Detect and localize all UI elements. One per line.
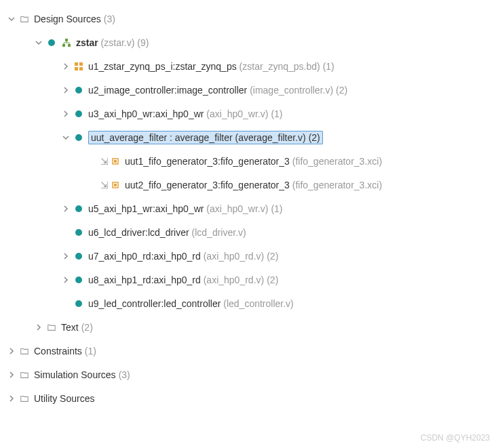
file-name: (axi_hp0_rd.v)	[201, 251, 264, 262]
chevron-down-icon[interactable]	[7, 14, 16, 24]
instance-name: u9_led_controller	[88, 298, 161, 309]
module-icon	[73, 251, 84, 262]
ip-icon	[110, 180, 121, 190]
item-count: (2)	[309, 132, 320, 143]
svg-rect-5	[79, 62, 83, 66]
module-icon	[73, 132, 84, 143]
folder-label: Text	[61, 322, 79, 333]
folder-icon	[46, 322, 57, 333]
chevron-right-icon[interactable]	[7, 346, 16, 356]
tree-row-fifo1[interactable]: ⇲ uut1_fifo_generator_3 : fifo_generator…	[7, 149, 498, 173]
chevron-right-icon[interactable]	[61, 85, 71, 95]
item-count: (1)	[323, 61, 334, 72]
module-type: lcd_driver	[148, 227, 189, 238]
file-name: (fifo_generator_3.xci)	[290, 180, 382, 190]
tree-row-u9[interactable]: u9_led_controller : led_controller (led_…	[7, 291, 498, 315]
instance-name: u5_axi_hp1_wr	[88, 203, 153, 214]
file-name: (lcd_driver.v)	[189, 227, 246, 238]
tree-row-u7[interactable]: u7_axi_hp0_rd : axi_hp0_rd (axi_hp0_rd.v…	[7, 244, 498, 268]
svg-rect-6	[75, 67, 78, 70]
instance-name: u7_axi_hp0_rd	[88, 251, 151, 262]
module-type: axi_hp0_rd	[154, 274, 201, 285]
file-name: (zstar_zynq_ps.bd)	[237, 61, 320, 72]
instance-name: u2_image_controller	[88, 85, 174, 96]
hierarchy-icon	[61, 37, 72, 48]
svg-point-17	[75, 253, 82, 260]
module-type: fifo_generator_3	[221, 156, 290, 167]
module-icon	[73, 203, 84, 214]
item-count: (1)	[271, 203, 282, 214]
tree-row-u3[interactable]: u3_axi_hp0_wr : axi_hp0_wr (axi_hp0_wr.v…	[7, 102, 498, 125]
module-type: axi_hp0_wr	[155, 108, 204, 119]
module-icon	[73, 227, 84, 238]
file-name: (axi_hp0_wr.v)	[204, 203, 268, 214]
svg-rect-1	[65, 39, 68, 41]
chevron-right-icon[interactable]	[34, 323, 43, 332]
module-type: axi_hp0_rd	[154, 251, 201, 262]
chevron-right-icon[interactable]	[61, 204, 71, 213]
tree-row-utility-sources[interactable]: Utility Sources	[7, 386, 498, 410]
folder-label: Constraints	[34, 346, 82, 357]
folder-label: Utility Sources	[34, 393, 94, 404]
instance-name: u8_axi_hp1_rd	[88, 274, 151, 285]
item-count: (1)	[271, 108, 282, 119]
file-name: (fifo_generator_3.xci)	[290, 156, 382, 167]
module-name: zstar	[76, 37, 98, 48]
svg-point-16	[75, 229, 82, 236]
selected-item: uut_average_filter : average_filter (ave…	[88, 131, 323, 144]
tree-row-fifo2[interactable]: ⇲ uut2_fifo_generator_3 : fifo_generator…	[7, 173, 498, 197]
module-icon	[46, 37, 57, 48]
instance-name: uut_average_filter	[91, 132, 167, 143]
tree-row-u2[interactable]: u2_image_controller : image_controller (…	[7, 78, 498, 102]
module-icon	[73, 108, 84, 119]
file-name: (axi_hp0_wr.v)	[204, 108, 268, 119]
tree-row-u1[interactable]: u1_zstar_zynq_ps_i : zstar_zynq_ps (zsta…	[7, 54, 498, 78]
file-name: (image_controller.v)	[247, 85, 333, 96]
instance-name: u6_lcd_driver	[88, 227, 145, 238]
instance-name: u3_axi_hp0_wr	[88, 108, 153, 119]
pin-icon: ⇲	[100, 156, 109, 167]
module-icon	[73, 85, 84, 96]
folder-icon	[19, 369, 30, 380]
pin-icon: ⇲	[100, 180, 109, 190]
svg-point-0	[48, 39, 55, 46]
item-count: (3)	[119, 369, 130, 380]
tree-row-simulation-sources[interactable]: Simulation Sources (3)	[7, 363, 498, 386]
chevron-right-icon[interactable]	[61, 109, 71, 119]
chevron-right-icon[interactable]	[7, 394, 16, 403]
tree-row-u6[interactable]: u6_lcd_driver : lcd_driver (lcd_driver.v…	[7, 220, 498, 244]
svg-point-15	[75, 205, 82, 212]
tree-row-design-sources[interactable]: Design Sources (3)	[7, 7, 498, 30]
svg-point-9	[75, 110, 82, 117]
chevron-right-icon[interactable]	[61, 275, 71, 285]
watermark: CSDN @QYH2023	[421, 433, 490, 443]
block-design-icon	[73, 61, 84, 72]
item-count: (2)	[81, 322, 93, 333]
svg-rect-2	[62, 44, 65, 47]
module-icon	[73, 298, 84, 309]
folder-label: Simulation Sources	[34, 369, 116, 380]
tree-row-uut-average-filter[interactable]: uut_average_filter : average_filter (ave…	[7, 125, 498, 149]
svg-rect-12	[114, 160, 117, 163]
ip-icon	[110, 156, 121, 167]
folder-icon	[19, 14, 30, 24]
tree-row-text[interactable]: Text (2)	[7, 315, 498, 339]
chevron-down-icon[interactable]	[61, 133, 71, 142]
instance-name: uut1_fifo_generator_3	[125, 156, 218, 167]
item-count: (9)	[137, 37, 149, 48]
chevron-down-icon[interactable]	[34, 38, 43, 47]
item-count: (3)	[104, 14, 115, 24]
tree-row-u5[interactable]: u5_axi_hp1_wr : axi_hp0_wr (axi_hp0_wr.v…	[7, 197, 498, 220]
module-type: axi_hp0_wr	[155, 203, 204, 214]
chevron-right-icon[interactable]	[61, 62, 71, 71]
file-name: (zstar.v)	[98, 37, 135, 48]
svg-rect-7	[79, 67, 83, 70]
chevron-right-icon[interactable]	[61, 251, 71, 261]
tree-row-zstar[interactable]: zstar (zstar.v) (9)	[7, 30, 498, 54]
tree-row-constraints[interactable]: Constraints (1)	[7, 339, 498, 363]
tree-row-u8[interactable]: u8_axi_hp1_rd : axi_hp0_rd (axi_hp0_rd.v…	[7, 268, 498, 291]
instance-name: u1_zstar_zynq_ps_i	[88, 61, 173, 72]
svg-rect-14	[114, 184, 117, 186]
chevron-right-icon[interactable]	[7, 370, 16, 380]
item-count: (2)	[336, 85, 347, 96]
